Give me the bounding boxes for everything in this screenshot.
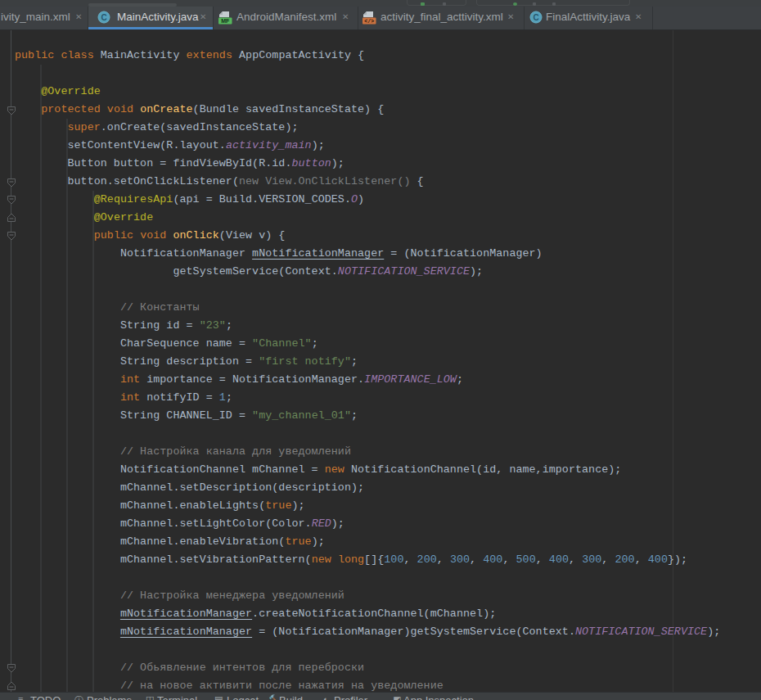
svg-text:MF: MF xyxy=(221,18,230,24)
svg-text:C: C xyxy=(533,13,538,22)
svg-text:</>: </> xyxy=(364,19,374,25)
svg-text:C: C xyxy=(101,13,106,22)
